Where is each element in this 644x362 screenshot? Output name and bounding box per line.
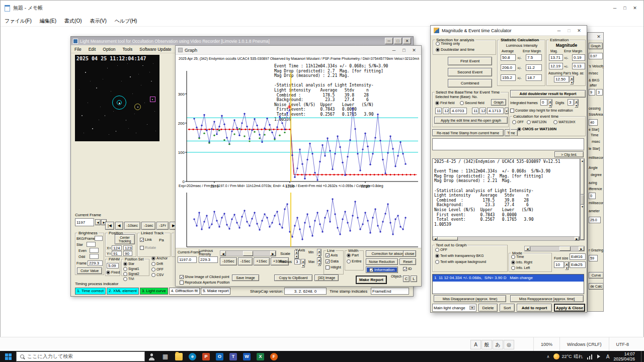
tracking-square[interactable] (150, 97, 155, 102)
stat-avg-3[interactable]: 155.2 (501, 74, 516, 81)
integrated-value[interactable]: 0 (540, 99, 547, 106)
cmos-radio[interactable]: CMOS or WAT100N (517, 127, 556, 132)
edk25-box[interactable]: Edk25 (570, 261, 586, 268)
show-desktop-button[interactable] (641, 351, 643, 362)
stat-avg-2[interactable]: 206.0 (501, 64, 516, 71)
time1-h[interactable]: 11 (435, 108, 442, 114)
report-textarea[interactable]: 2025-4-25 / (342)Endymion / UCAC4 535-03… (432, 158, 580, 240)
time2-m[interactable]: 12 (479, 108, 486, 114)
timing-step[interactable]: 5. Make report (201, 288, 231, 295)
close-icon[interactable]: ✕ (403, 38, 411, 44)
y-track-value[interactable]: 90 (123, 251, 132, 256)
frame-nav-button[interactable]: -10sec (124, 222, 141, 230)
scroll-right-icon[interactable]: ▶ (270, 251, 276, 256)
clip-board-button[interactable]: > Clip brd. (554, 151, 584, 157)
limovie-menu-item[interactable]: Option (99, 46, 119, 52)
digits-value[interactable]: 3 (568, 99, 574, 106)
teams-icon[interactable]: T (226, 351, 240, 362)
radius-value[interactable]: 3 (294, 259, 300, 264)
frame-brightness-value[interactable]: 229.3 (88, 260, 103, 266)
close-icon[interactable]: ✕ (594, 33, 603, 40)
limovie-menu-item[interactable]: Software Update (136, 46, 175, 52)
sec-step-button[interactable]: +1Sec (254, 257, 269, 265)
notepad-menu-item[interactable]: ヘルプ(H) (111, 16, 141, 26)
gc-luminous-value[interactable]: 229.3 (199, 256, 218, 263)
maximize-icon[interactable]: □ (394, 38, 402, 44)
frame-left-icon[interactable]: ◂ (95, 219, 101, 225)
file-explorer-icon[interactable] (172, 351, 186, 362)
data-checkbox[interactable]: Data (326, 259, 339, 264)
digits-spinner[interactable]: ▲▼ (574, 99, 579, 106)
id-checkbox[interactable]: ID (403, 266, 412, 272)
miss-reappearance-button[interactable]: Miss Reapppearance [approx. time] (510, 295, 584, 302)
light-curve-chart[interactable]: 0100200300117012001230 (176, 46, 422, 249)
limovie-menu-item[interactable]: File (71, 46, 85, 52)
side-window-titlebar[interactable]: ✕ (588, 33, 603, 40)
reset-button[interactable]: Reset (399, 258, 416, 265)
timing-step[interactable]: 2. XML element (107, 288, 139, 295)
timing-step[interactable]: 1. Time correct (75, 288, 106, 295)
rotate-checkbox[interactable]: Rotate (140, 245, 156, 250)
l-button[interactable]: L (411, 276, 417, 282)
scroll-left-icon[interactable]: ◀ (433, 237, 438, 240)
scroll-right-icon[interactable]: ▶ (575, 237, 579, 240)
textout-off-radio[interactable]: OFF (435, 247, 447, 252)
cortana-person-icon[interactable] (145, 351, 158, 362)
stat-err-2[interactable]: 11.2 (526, 64, 542, 71)
frame-nav-button[interactable]: -1Fr (156, 222, 169, 230)
part-radio[interactable]: Part (347, 253, 359, 258)
x-value[interactable]: 124 (112, 245, 122, 250)
word-icon[interactable]: W (240, 351, 254, 362)
ymax-spinner[interactable]: ▲▼ (317, 257, 321, 264)
limovie-menu-item[interactable]: Edit (85, 46, 100, 52)
mode-info-left-radio[interactable]: Info. Left (511, 265, 530, 270)
link-checkbox[interactable]: Link (140, 237, 152, 242)
scroll-left-icon[interactable]: ◀ (220, 251, 226, 256)
timing-step[interactable]: 3. Light curve (140, 288, 168, 295)
ime-icon[interactable]: あ (493, 340, 503, 349)
result-list[interactable]: 1 11 12 04.334 +/- 0.068s, S/N= 3.90 D M… (432, 274, 584, 294)
minimize-icon[interactable]: ─ (554, 27, 564, 35)
tray-chevron-icon[interactable]: ∧ (547, 354, 550, 359)
step-height-checkbox[interactable]: Consider step height for time estimation (510, 108, 573, 113)
close-icon[interactable]: ✕ (575, 27, 584, 35)
current-frame-value[interactable]: 1197 (75, 218, 94, 226)
notepad-menu-item[interactable]: 編集(E) (36, 16, 60, 26)
start-button[interactable] (0, 351, 16, 362)
frame-nav-button[interactable]: |◀ (105, 222, 114, 230)
radio-star[interactable]: Star (123, 261, 139, 266)
axis-checkbox[interactable]: Axis (326, 253, 338, 258)
dropdown-arrow-icon[interactable]: ▼ (469, 306, 475, 310)
scroll-right-icon[interactable]: ▶ (579, 246, 584, 251)
maximize-icon[interactable]: □ (620, 4, 629, 12)
close-icon[interactable]: ✕ (630, 4, 639, 12)
textout-transparent-radio[interactable]: Text with transparency BKG (435, 253, 484, 258)
integrated-spinner[interactable]: ▲▼ (548, 99, 552, 106)
task-view-icon[interactable]: ▦ (158, 351, 172, 362)
est-mag-1[interactable]: 13.71 (549, 54, 563, 61)
timestamp-indicates-value[interactable]: FrameEnd (371, 288, 409, 295)
add-doublestar-button[interactable]: Add doublestar result to Report (510, 90, 586, 98)
comparison-aperture-circle[interactable] (134, 104, 141, 110)
time2-h[interactable]: 11 (472, 108, 478, 114)
network-icon[interactable] (587, 354, 593, 359)
time1-m[interactable]: 12 (443, 108, 449, 114)
sort-button[interactable]: Sort (500, 304, 515, 312)
stat-avg-1[interactable]: 50.8 (501, 54, 516, 61)
y-value[interactable]: 91 (112, 251, 122, 256)
time2-s[interactable]: 4.1713 (487, 108, 504, 114)
doublestar-radio[interactable]: Doublestar and time (436, 47, 474, 52)
add-to-report-button[interactable]: Add to report (517, 304, 552, 312)
limovie-menu-item[interactable]: Tools (119, 46, 136, 52)
image-3d-button[interactable]: [3D] Image (314, 275, 339, 281)
color-value-button[interactable]: Color Value (77, 267, 102, 274)
font-size-value[interactable]: 10 (554, 261, 564, 268)
video-frame[interactable]: 2025 04 25 11:12:04:147 (75, 55, 159, 141)
assuming-value[interactable]: 12.50 (554, 76, 569, 82)
outlook-icon[interactable]: O (213, 351, 226, 362)
frame-scrollbar[interactable]: ◀ ▶ (220, 250, 276, 256)
first-event-button[interactable]: First Event (448, 57, 492, 65)
timing-only-radio[interactable]: Timing only (436, 41, 460, 46)
radio-tivi[interactable]: TIVi (123, 277, 139, 282)
side-fragment-curve[interactable]: Curve (589, 272, 604, 279)
